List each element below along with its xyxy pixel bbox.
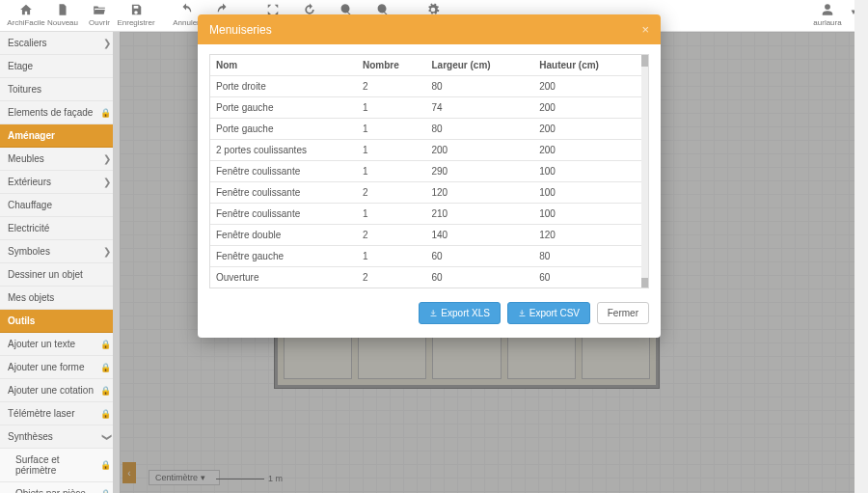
save-label: Enregistrer — [117, 18, 154, 27]
open-label: Ouvrir — [89, 18, 110, 27]
sidebar-item[interactable]: Etage — [0, 55, 119, 78]
sidebar-item[interactable]: Ajouter un texte🔒 — [0, 333, 119, 356]
column-header: Largeur (cm) — [425, 55, 533, 76]
export-icon — [518, 309, 527, 317]
lock-icon: 🔒 — [100, 340, 111, 349]
table-row: Fenêtre coulissante2120100 — [210, 182, 641, 204]
table-row: Porte gauche180200 — [210, 119, 641, 140]
user-icon — [821, 3, 834, 16]
user-menu[interactable]: aurlaura — [808, 3, 847, 27]
table-row: Porte droite280200 — [210, 76, 641, 97]
sidebar-item[interactable]: Objets par pièce🔒 — [0, 482, 119, 493]
chevron-right-icon: ❯ — [103, 177, 111, 187]
chevron-down-icon: ❯ — [102, 433, 113, 441]
sidebar-item[interactable]: Meubles❯ — [0, 148, 119, 171]
chevron-right-icon: ❯ — [103, 38, 111, 48]
menuiseries-dialog: Menuiseries × NomNombreLargeur (cm)Haute… — [198, 14, 661, 338]
close-icon[interactable]: × — [641, 22, 649, 37]
table-row: Fenêtre coulissante1210100 — [210, 204, 641, 225]
sidebar-item[interactable]: Ajouter une forme🔒 — [0, 356, 119, 379]
table-scrollbar[interactable] — [641, 55, 648, 288]
export-xls-button[interactable]: Export XLS — [419, 302, 501, 324]
table-row: Fenêtre double2140120 — [210, 225, 641, 246]
sidebar-scrollbar[interactable] — [113, 32, 119, 493]
section-amenager: Aménager — [0, 124, 119, 148]
sidebar-item[interactable]: Synthèses❯ — [0, 425, 119, 449]
export-csv-button[interactable]: Export CSV — [507, 302, 590, 324]
chevron-right-icon: ❯ — [103, 246, 111, 257]
table-row: 2 portes coulissantes1200200 — [210, 140, 641, 161]
undo-icon — [179, 3, 193, 16]
table-row: Porte gauche174200 — [210, 97, 641, 119]
lock-icon: 🔒 — [100, 386, 111, 396]
close-button[interactable]: Fermer — [597, 302, 649, 324]
sidebar-item[interactable]: Ajouter une cotation🔒 — [0, 379, 119, 402]
lock-icon: 🔒 — [100, 489, 111, 494]
home-label: ArchiFacile — [7, 18, 45, 27]
sidebar-item[interactable]: Mes objets — [0, 287, 119, 310]
save-icon — [129, 3, 143, 16]
lock-icon: 🔒 — [100, 108, 111, 118]
sidebar-item[interactable]: Dessiner un objet — [0, 263, 119, 287]
undo-label: Annuler — [173, 18, 200, 27]
sidebar-item[interactable]: Escaliers❯ — [0, 32, 119, 55]
lock-icon: 🔒 — [100, 460, 111, 470]
table-row: Ouverture26060 — [210, 267, 641, 288]
dialog-title: Menuiseries — [209, 23, 272, 37]
table-row: Fenêtre gauche16080 — [210, 246, 641, 267]
menuiseries-table: NomNombreLargeur (cm)Hauteur (cm) Porte … — [210, 55, 641, 288]
sidebar-item[interactable]: Télémètre laser🔒 — [0, 402, 119, 425]
save-button[interactable]: Enregistrer — [118, 3, 154, 27]
sidebar: Escaliers❯EtageToituresElements de façad… — [0, 32, 120, 493]
sidebar-item[interactable]: Surface et périmètre🔒 — [0, 449, 119, 482]
file-icon — [56, 3, 69, 16]
table-row: Fenêtre coulissante1290100 — [210, 161, 641, 182]
section-outils: Outils — [0, 310, 119, 333]
chevron-right-icon: ❯ — [103, 153, 111, 164]
column-header: Nom — [210, 55, 357, 76]
sidebar-item[interactable]: Extérieurs❯ — [0, 171, 119, 194]
export-icon — [429, 309, 438, 317]
new-label: Nouveau — [47, 18, 78, 27]
page-scrollbar[interactable] — [854, 0, 868, 493]
sidebar-item[interactable]: Elements de façade🔒 — [0, 101, 119, 124]
column-header: Nombre — [357, 55, 426, 76]
user-label: aurlaura — [813, 18, 841, 27]
home-button[interactable]: ArchiFacile — [8, 3, 44, 27]
new-button[interactable]: Nouveau — [44, 3, 81, 27]
sidebar-item[interactable]: Toitures — [0, 78, 119, 101]
lock-icon: 🔒 — [100, 363, 111, 372]
sidebar-item[interactable]: Symboles❯ — [0, 240, 119, 263]
home-icon — [19, 3, 33, 16]
sidebar-item[interactable]: Chauffage — [0, 194, 119, 217]
open-button[interactable]: Ouvrir — [81, 3, 118, 27]
sidebar-item[interactable]: Electricité — [0, 217, 119, 240]
column-header: Hauteur (cm) — [533, 55, 641, 76]
lock-icon: 🔒 — [100, 409, 111, 419]
folder-open-icon — [93, 3, 106, 16]
